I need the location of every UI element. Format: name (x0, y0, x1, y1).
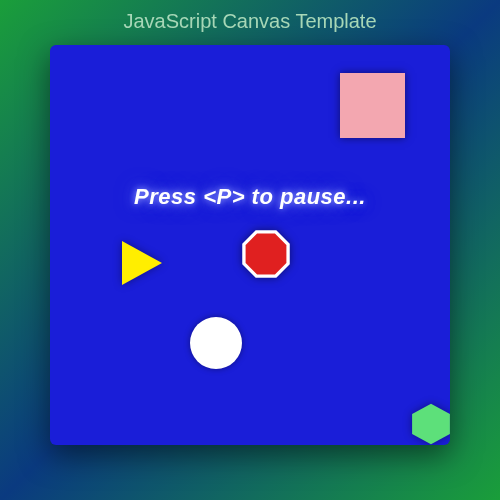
game-canvas[interactable]: Press <P> to pause... (50, 45, 450, 445)
square-shape (340, 73, 405, 138)
triangle-shape (122, 241, 162, 285)
hexagon-shape (410, 403, 450, 445)
pause-message: Press <P> to pause... (134, 184, 366, 210)
svg-marker-1 (412, 404, 450, 444)
svg-marker-0 (244, 232, 288, 276)
page-title: JavaScript Canvas Template (0, 0, 500, 33)
octagon-shape (242, 230, 290, 278)
circle-shape (190, 317, 242, 369)
